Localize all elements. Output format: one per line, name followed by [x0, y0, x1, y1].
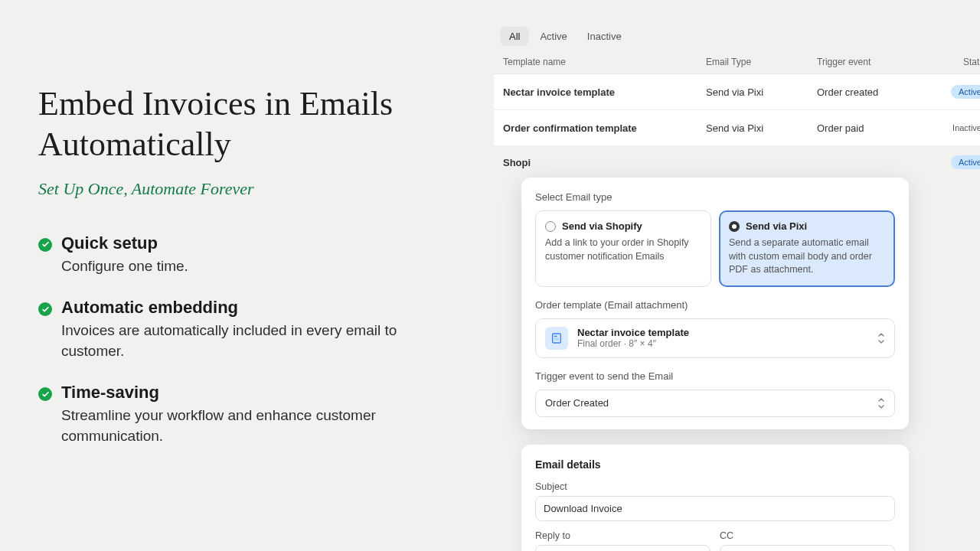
feature-title: Quick setup [61, 233, 456, 253]
feature-auto-embed: Automatic embedding Invoices are automat… [38, 298, 456, 361]
template-name: Nectar invoice template [577, 327, 868, 338]
row-type: Send via Pixi [706, 86, 817, 98]
config-card: Select Email type Send via Shopify Add a… [521, 178, 909, 429]
cc-input[interactable] [720, 545, 895, 552]
check-icon [38, 302, 52, 316]
order-template-label: Order template (Email attachment) [535, 299, 895, 311]
trigger-value: Order Created [545, 397, 609, 409]
tab-bar: All Active Inactive [494, 27, 980, 46]
marketing-subhead: Set Up Once, Automate Forever [38, 179, 456, 199]
svg-rect-3 [554, 339, 560, 340]
check-icon [38, 238, 52, 252]
feature-quick-setup: Quick setup Configure one time. [38, 233, 456, 277]
col-type: Email Type [706, 57, 817, 67]
cc-label: CC [720, 530, 895, 541]
radio-icon [545, 221, 556, 232]
chevron-up-down-icon [877, 332, 885, 344]
table-row[interactable]: Shopi Active [494, 146, 980, 180]
table-header: Template name Email Type Trigger event S… [494, 51, 980, 74]
option-send-via-pixi[interactable]: Send via Pixi Send a separate automatic … [719, 210, 895, 287]
feature-desc: Invoices are automatically included in e… [61, 321, 456, 361]
trigger-select[interactable]: Order Created [535, 390, 895, 417]
status-badge: Active [951, 155, 980, 169]
option-desc: Send a separate automatic email with cus… [729, 236, 885, 277]
option-send-via-shopify[interactable]: Send via Shopify Add a link to your orde… [535, 210, 711, 287]
email-details-card: Email details Subject Reply to CC Messag… [521, 445, 909, 552]
reply-to-label: Reply to [535, 530, 710, 541]
row-name: Shopi [503, 157, 706, 168]
option-title: Send via Shopify [562, 220, 642, 232]
template-picker[interactable]: Nectar invoice template Final order · 8″… [535, 318, 895, 358]
reply-to-input[interactable] [535, 545, 710, 552]
status-badge: Inactive [945, 121, 980, 135]
trigger-label: Trigger event to send the Email [535, 370, 895, 382]
template-sub: Final order · 8″ × 4″ [577, 338, 868, 349]
row-name: Nectar invoice template [503, 86, 706, 98]
tab-inactive[interactable]: Inactive [578, 27, 631, 46]
row-name: Order confirmation template [503, 122, 706, 134]
row-trigger: Order created [817, 86, 928, 98]
table-row[interactable]: Order confirmation template Send via Pix… [494, 110, 980, 146]
option-desc: Add a link to your order in Shopify cust… [545, 236, 701, 263]
marketing-headline: Embed Invoices in Emails Automatically [38, 84, 456, 165]
feature-time-saving: Time-saving Streamline your workflow and… [38, 383, 456, 446]
email-details-title: Email details [535, 458, 895, 471]
template-icon [545, 327, 568, 350]
row-trigger: Order paid [817, 122, 928, 134]
subject-label: Subject [535, 481, 895, 492]
table-row[interactable]: Nectar invoice template Send via Pixi Or… [494, 74, 980, 110]
tab-active[interactable]: Active [531, 27, 576, 46]
feature-title: Automatic embedding [61, 298, 456, 318]
col-status: Status [928, 57, 980, 67]
svg-rect-2 [554, 337, 560, 338]
feature-desc: Configure one time. [61, 256, 456, 277]
email-type-label: Select Email type [535, 191, 895, 203]
col-trigger: Trigger event [817, 57, 928, 67]
option-title: Send via Pixi [746, 220, 807, 232]
chevron-up-down-icon [877, 397, 885, 409]
check-icon [38, 387, 52, 401]
col-name: Template name [503, 57, 706, 67]
row-type: Send via Pixi [706, 122, 817, 134]
feature-title: Time-saving [61, 383, 456, 403]
tab-all[interactable]: All [500, 27, 529, 46]
subject-input[interactable] [535, 496, 895, 521]
feature-desc: Streamline your workflow and enhance cus… [61, 406, 456, 446]
svg-rect-1 [554, 335, 557, 336]
radio-icon [729, 221, 740, 232]
status-badge: Active [951, 85, 980, 99]
